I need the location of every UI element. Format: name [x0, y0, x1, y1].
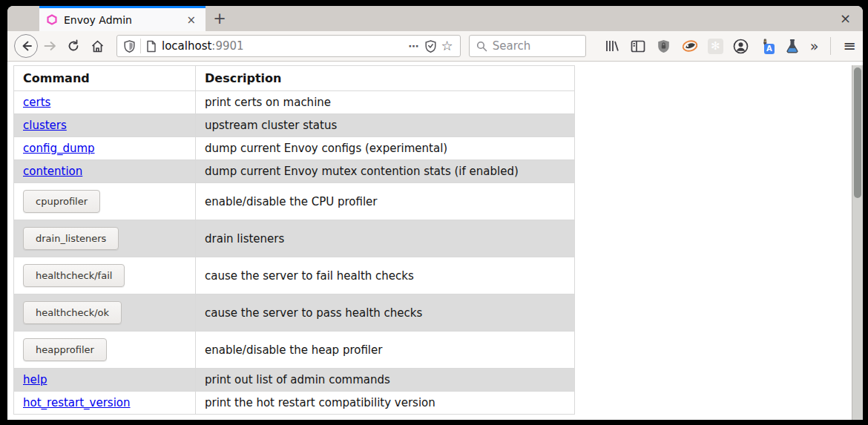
table-header-row: Command Description: [14, 66, 575, 91]
table-row: drain_listenersdrain listeners: [14, 220, 575, 257]
command-link[interactable]: certs: [23, 96, 50, 109]
description-cell: print certs on machine: [196, 91, 575, 114]
forward-icon: [43, 39, 56, 53]
home-button[interactable]: [85, 34, 109, 58]
command-link[interactable]: hot_restart_version: [23, 396, 131, 409]
command-table-body: certsprint certs on machineclustersupstr…: [14, 91, 575, 415]
command-column-header: Command: [14, 66, 196, 91]
description-cell: cause the server to fail health checks: [196, 257, 575, 294]
description-cell: drain listeners: [196, 220, 575, 257]
command-cell: certs: [14, 91, 196, 114]
translate-extension-icon[interactable]: 🕴 A: [759, 39, 775, 54]
url-bar[interactable]: localhost:9901 ⋯ ☆: [116, 35, 461, 57]
command-link[interactable]: config_dump: [23, 142, 95, 155]
shield-check-icon[interactable]: [425, 40, 436, 53]
back-icon: [14, 34, 38, 58]
command-cell: cpuprofiler: [14, 183, 196, 220]
tab-strip-spacer: [7, 6, 39, 31]
table-row: config_dumpdump current Envoy configs (e…: [14, 137, 575, 160]
command-cell: clusters: [14, 114, 196, 137]
description-cell: print the hot restart compatibility vers…: [196, 392, 575, 415]
table-row: healthcheck/okcause the server to pass h…: [14, 294, 575, 332]
account-icon[interactable]: [733, 38, 749, 54]
command-cell: config_dump: [14, 137, 196, 160]
scrollbar-thumb[interactable]: [854, 67, 861, 198]
forward-button[interactable]: [38, 34, 62, 58]
urlbar-separator: [140, 39, 141, 53]
table-row: helpprint out list of admin commands: [14, 369, 575, 392]
navigation-toolbar: localhost:9901 ⋯ ☆: [7, 31, 863, 62]
command-cell: healthcheck/ok: [14, 294, 196, 332]
table-row: heapprofilerenable/disable the heap prof…: [14, 332, 575, 369]
description-cell: enable/disable the heap profiler: [196, 332, 575, 369]
sidebar-toggle-icon[interactable]: [630, 38, 646, 54]
command-cell: contention: [14, 160, 196, 183]
page-content: Command Description certsprint certs on …: [7, 65, 863, 420]
window-close-button[interactable]: ×: [840, 12, 851, 25]
scrollbar[interactable]: [852, 65, 863, 420]
desktop-background: { "colors": { "tab_accent_blue": "#0a84f…: [0, 0, 868, 425]
command-button[interactable]: healthcheck/fail: [23, 264, 125, 287]
tracking-protection-shield-icon[interactable]: [124, 40, 135, 53]
command-cell: hot_restart_version: [14, 392, 196, 415]
command-button[interactable]: healthcheck/ok: [23, 301, 122, 324]
envoy-favicon-icon: [47, 14, 57, 25]
flask-extension-icon[interactable]: [784, 38, 800, 54]
browser-window: Envoy Admin × + ×: [7, 6, 863, 420]
table-row: contentiondump current Envoy mutex conte…: [14, 160, 575, 183]
toolbar-separator: [830, 37, 831, 55]
command-link[interactable]: help: [23, 373, 47, 386]
reload-button[interactable]: [62, 34, 85, 58]
description-cell: enable/disable the CPU profiler: [196, 183, 575, 220]
command-table: Command Description certsprint certs on …: [13, 65, 575, 415]
shield-lock-extension-icon[interactable]: [656, 38, 672, 54]
tab-envoy-admin[interactable]: Envoy Admin ×: [39, 6, 206, 31]
command-link[interactable]: contention: [23, 165, 82, 178]
tab-title: Envoy Admin: [64, 14, 177, 26]
library-icon[interactable]: [604, 38, 620, 54]
command-button[interactable]: cpuprofiler: [23, 190, 100, 213]
command-cell: healthcheck/fail: [14, 257, 196, 294]
overflow-chevron-icon[interactable]: »: [810, 39, 819, 53]
page-info-icon[interactable]: [146, 40, 157, 53]
translate-badge-letter: A: [764, 44, 775, 54]
table-row: hot_restart_versionprint the hot restart…: [14, 392, 575, 415]
description-column-header: Description: [196, 66, 575, 91]
home-icon: [91, 39, 105, 53]
command-button[interactable]: drain_listeners: [23, 227, 119, 250]
command-cell: heapprofiler: [14, 332, 196, 369]
command-cell: drain_listeners: [14, 220, 196, 257]
tab-bar: Envoy Admin × + ×: [7, 6, 863, 31]
menu-icon[interactable]: ≡: [843, 39, 856, 54]
table-row: clustersupstream cluster status: [14, 114, 575, 137]
search-bar[interactable]: [469, 35, 586, 57]
table-row: healthcheck/failcause the server to fail…: [14, 257, 575, 294]
command-cell: help: [14, 369, 196, 392]
command-button[interactable]: heapprofiler: [23, 338, 107, 361]
url-port: :9901: [211, 39, 243, 53]
description-cell: upstream cluster status: [196, 114, 575, 137]
table-row: cpuprofilerenable/disable the CPU profil…: [14, 183, 575, 220]
description-cell: print out list of admin commands: [196, 369, 575, 392]
description-cell: dump current Envoy mutex contention stat…: [196, 160, 575, 183]
description-cell: cause the server to pass health checks: [196, 294, 575, 332]
page-actions-icon[interactable]: ⋯: [409, 40, 420, 52]
toolbar-icon-cluster: ✻ 🕴 A » ≡: [604, 37, 856, 55]
flower-extension-icon[interactable]: ✻: [708, 39, 723, 54]
new-tab-button[interactable]: +: [206, 6, 234, 31]
reload-icon: [67, 39, 80, 53]
command-link[interactable]: clusters: [23, 119, 67, 132]
tab-close-button[interactable]: ×: [184, 13, 198, 27]
table-row: certsprint certs on machine: [14, 91, 575, 114]
url-host: localhost: [162, 39, 211, 53]
url-text: localhost:9901: [162, 39, 244, 53]
fox-extension-icon[interactable]: [682, 38, 698, 54]
search-icon: [476, 41, 487, 52]
back-button[interactable]: [14, 34, 38, 58]
search-input[interactable]: [493, 39, 579, 53]
description-cell: dump current Envoy configs (experimental…: [196, 137, 575, 160]
bookmark-star-icon[interactable]: ☆: [441, 39, 453, 53]
